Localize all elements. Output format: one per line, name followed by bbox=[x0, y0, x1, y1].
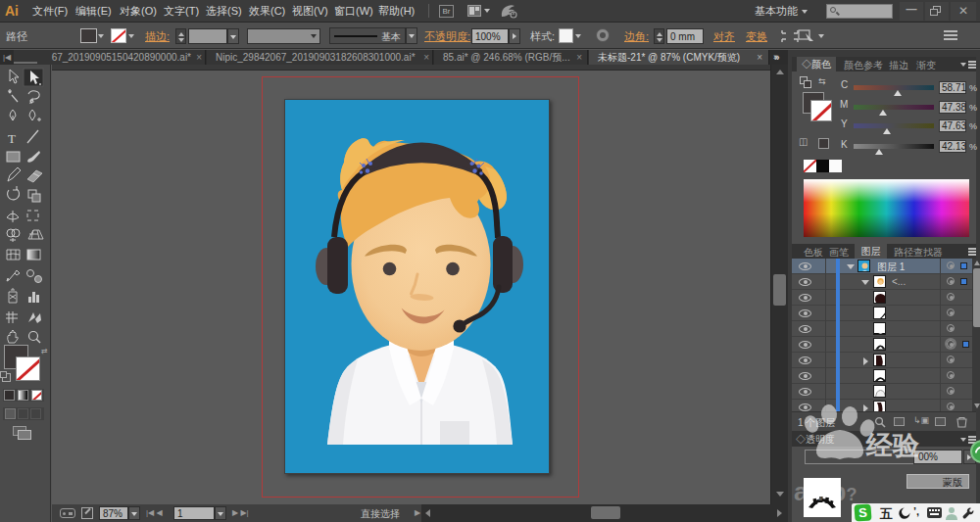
svg-text:T: T bbox=[8, 131, 16, 146]
svg-text:经验: 经验 bbox=[865, 431, 920, 460]
